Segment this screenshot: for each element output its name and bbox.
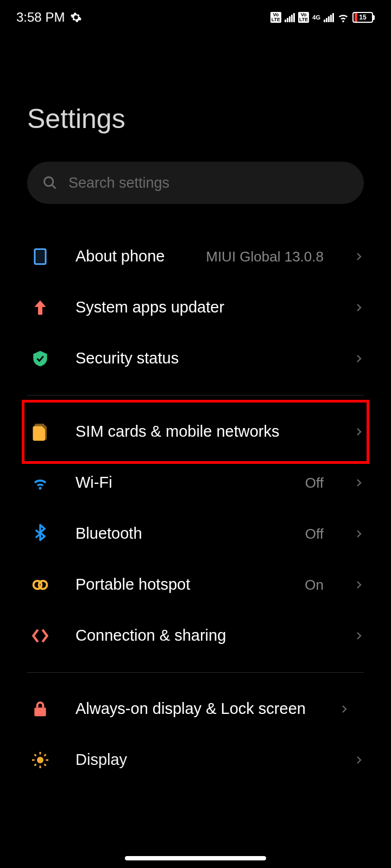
network-type-label: 4G [312, 14, 320, 21]
svg-line-13 [45, 764, 46, 766]
item-wifi[interactable]: Wi-Fi Off [0, 457, 391, 508]
gear-icon [70, 11, 82, 23]
svg-line-14 [35, 764, 36, 766]
item-label: Security status [75, 348, 329, 369]
search-input[interactable]: Search settings [27, 162, 364, 204]
item-label: Wi-Fi [75, 473, 280, 493]
chevron-right-icon [354, 529, 364, 539]
chevron-right-icon [354, 303, 364, 312]
divider [27, 395, 364, 395]
item-value: On [305, 577, 324, 593]
chevron-right-icon [354, 252, 364, 261]
brightness-icon [30, 750, 51, 770]
volte-badge-1: VoLTE [270, 12, 281, 23]
chevron-right-icon [354, 427, 364, 437]
search-placeholder: Search settings [68, 175, 169, 192]
item-sim-cards[interactable]: SIM cards & mobile networks [0, 406, 391, 457]
item-label: System apps updater [75, 297, 329, 318]
item-always-on-display[interactable]: Always-on display & Lock screen [0, 684, 391, 735]
item-label: Always-on display & Lock screen [75, 699, 314, 719]
svg-point-7 [37, 757, 43, 763]
wifi-icon [30, 473, 51, 493]
chevron-right-icon [354, 631, 364, 641]
wifi-status-icon [337, 11, 349, 23]
volte-badge-2: VoLTE [298, 12, 309, 23]
svg-line-1 [52, 185, 56, 189]
search-icon [42, 175, 58, 190]
svg-point-0 [45, 177, 53, 186]
chevron-right-icon [354, 580, 364, 590]
item-label: Portable hotspot [75, 575, 280, 595]
item-value: Off [305, 475, 324, 492]
battery-percent: 15 [354, 14, 372, 21]
item-security-status[interactable]: Security status [0, 333, 391, 384]
divider [27, 672, 364, 673]
signal-strength-icon-1 [285, 12, 295, 22]
svg-rect-3 [36, 251, 45, 263]
status-time: 3:58 PM [16, 10, 65, 25]
sim-card-icon [30, 422, 51, 442]
chevron-right-icon [354, 478, 364, 488]
item-value: Off [305, 526, 324, 542]
item-label: Display [75, 750, 329, 770]
lock-icon [30, 699, 51, 719]
item-display[interactable]: Display [0, 735, 391, 786]
item-about-phone[interactable]: About phone MIUI Global 13.0.8 [0, 231, 391, 282]
chevron-right-icon [354, 755, 364, 765]
chevron-right-icon [339, 704, 349, 714]
arrow-up-icon [30, 297, 51, 318]
battery-icon: 15 [352, 12, 375, 23]
item-bluetooth[interactable]: Bluetooth Off [0, 508, 391, 559]
shield-check-icon [30, 348, 51, 369]
svg-line-12 [35, 755, 36, 756]
signal-strength-icon-2 [324, 12, 334, 22]
item-label: Bluetooth [75, 524, 280, 544]
item-system-apps-updater[interactable]: System apps updater [0, 282, 391, 333]
item-value: MIUI Global 13.0.8 [206, 248, 324, 265]
bluetooth-icon [30, 524, 51, 544]
page-title: Settings [0, 33, 391, 162]
status-right: VoLTE VoLTE 4G 15 [270, 11, 375, 23]
item-label: About phone [75, 246, 181, 267]
svg-line-15 [45, 755, 46, 756]
settings-list: About phone MIUI Global 13.0.8 System ap… [0, 204, 391, 786]
home-indicator[interactable] [125, 856, 266, 860]
item-label: Connection & sharing [75, 626, 329, 646]
item-label: SIM cards & mobile networks [75, 422, 329, 442]
item-portable-hotspot[interactable]: Portable hotspot On [0, 559, 391, 610]
svg-rect-6 [34, 707, 46, 716]
hotspot-icon [30, 575, 51, 595]
svg-point-5 [39, 581, 47, 589]
chevron-right-icon [354, 354, 364, 363]
phone-icon [30, 246, 51, 267]
status-left: 3:58 PM [16, 10, 82, 25]
connection-icon [30, 626, 51, 646]
status-bar: 3:58 PM VoLTE VoLTE 4G 15 [0, 0, 391, 33]
item-connection-sharing[interactable]: Connection & sharing [0, 610, 391, 661]
